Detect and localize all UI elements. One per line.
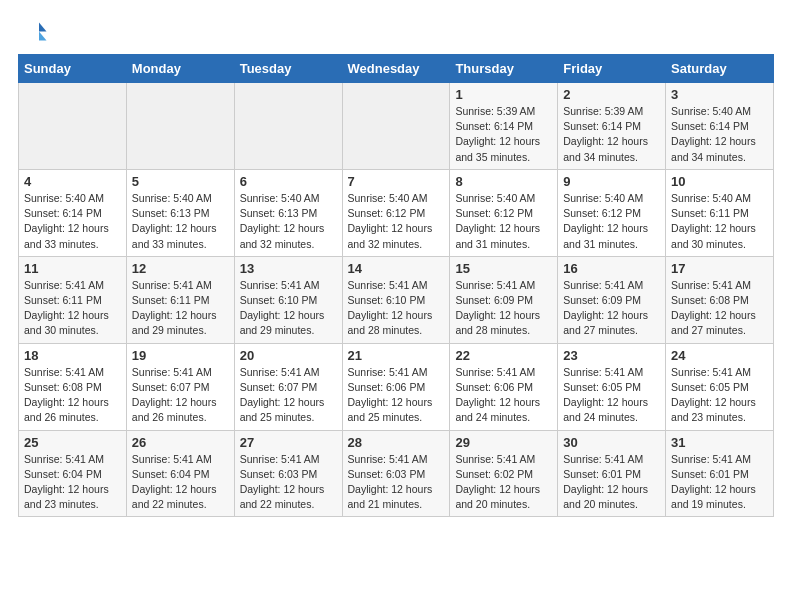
- day-number: 10: [671, 174, 768, 189]
- weekday-header-row: SundayMondayTuesdayWednesdayThursdayFrid…: [19, 55, 774, 83]
- calendar-cell: 1Sunrise: 5:39 AMSunset: 6:14 PMDaylight…: [450, 83, 558, 170]
- calendar-cell: 28Sunrise: 5:41 AMSunset: 6:03 PMDayligh…: [342, 430, 450, 517]
- svg-marker-1: [39, 32, 47, 41]
- calendar-cell: 25Sunrise: 5:41 AMSunset: 6:04 PMDayligh…: [19, 430, 127, 517]
- day-info: Sunrise: 5:41 AMSunset: 6:09 PMDaylight:…: [563, 278, 660, 339]
- day-info: Sunrise: 5:41 AMSunset: 6:02 PMDaylight:…: [455, 452, 552, 513]
- header: [18, 18, 774, 48]
- logo-icon: [18, 18, 48, 48]
- day-info: Sunrise: 5:41 AMSunset: 6:05 PMDaylight:…: [563, 365, 660, 426]
- calendar-cell: 4Sunrise: 5:40 AMSunset: 6:14 PMDaylight…: [19, 169, 127, 256]
- calendar-cell: 29Sunrise: 5:41 AMSunset: 6:02 PMDayligh…: [450, 430, 558, 517]
- day-info: Sunrise: 5:41 AMSunset: 6:11 PMDaylight:…: [24, 278, 121, 339]
- calendar-cell: 7Sunrise: 5:40 AMSunset: 6:12 PMDaylight…: [342, 169, 450, 256]
- day-number: 19: [132, 348, 229, 363]
- day-number: 15: [455, 261, 552, 276]
- day-number: 18: [24, 348, 121, 363]
- day-info: Sunrise: 5:40 AMSunset: 6:13 PMDaylight:…: [132, 191, 229, 252]
- calendar-cell: 10Sunrise: 5:40 AMSunset: 6:11 PMDayligh…: [666, 169, 774, 256]
- day-info: Sunrise: 5:40 AMSunset: 6:14 PMDaylight:…: [24, 191, 121, 252]
- weekday-header-wednesday: Wednesday: [342, 55, 450, 83]
- weekday-header-sunday: Sunday: [19, 55, 127, 83]
- day-number: 30: [563, 435, 660, 450]
- day-number: 12: [132, 261, 229, 276]
- logo: [18, 18, 52, 48]
- calendar-table: SundayMondayTuesdayWednesdayThursdayFrid…: [18, 54, 774, 517]
- calendar-cell: [19, 83, 127, 170]
- calendar-week-row: 1Sunrise: 5:39 AMSunset: 6:14 PMDaylight…: [19, 83, 774, 170]
- calendar-cell: [126, 83, 234, 170]
- calendar-cell: 19Sunrise: 5:41 AMSunset: 6:07 PMDayligh…: [126, 343, 234, 430]
- day-info: Sunrise: 5:41 AMSunset: 6:06 PMDaylight:…: [455, 365, 552, 426]
- day-info: Sunrise: 5:41 AMSunset: 6:04 PMDaylight:…: [132, 452, 229, 513]
- calendar-cell: 13Sunrise: 5:41 AMSunset: 6:10 PMDayligh…: [234, 256, 342, 343]
- calendar-cell: 23Sunrise: 5:41 AMSunset: 6:05 PMDayligh…: [558, 343, 666, 430]
- calendar-cell: 26Sunrise: 5:41 AMSunset: 6:04 PMDayligh…: [126, 430, 234, 517]
- day-number: 20: [240, 348, 337, 363]
- day-number: 31: [671, 435, 768, 450]
- calendar-page: SundayMondayTuesdayWednesdayThursdayFrid…: [0, 0, 792, 527]
- calendar-cell: 12Sunrise: 5:41 AMSunset: 6:11 PMDayligh…: [126, 256, 234, 343]
- day-info: Sunrise: 5:40 AMSunset: 6:11 PMDaylight:…: [671, 191, 768, 252]
- calendar-week-row: 25Sunrise: 5:41 AMSunset: 6:04 PMDayligh…: [19, 430, 774, 517]
- calendar-week-row: 4Sunrise: 5:40 AMSunset: 6:14 PMDaylight…: [19, 169, 774, 256]
- day-info: Sunrise: 5:39 AMSunset: 6:14 PMDaylight:…: [455, 104, 552, 165]
- calendar-cell: 6Sunrise: 5:40 AMSunset: 6:13 PMDaylight…: [234, 169, 342, 256]
- calendar-cell: 30Sunrise: 5:41 AMSunset: 6:01 PMDayligh…: [558, 430, 666, 517]
- day-info: Sunrise: 5:40 AMSunset: 6:13 PMDaylight:…: [240, 191, 337, 252]
- weekday-header-thursday: Thursday: [450, 55, 558, 83]
- day-info: Sunrise: 5:41 AMSunset: 6:04 PMDaylight:…: [24, 452, 121, 513]
- calendar-cell: 22Sunrise: 5:41 AMSunset: 6:06 PMDayligh…: [450, 343, 558, 430]
- day-number: 28: [348, 435, 445, 450]
- calendar-cell: 17Sunrise: 5:41 AMSunset: 6:08 PMDayligh…: [666, 256, 774, 343]
- day-number: 4: [24, 174, 121, 189]
- calendar-cell: 3Sunrise: 5:40 AMSunset: 6:14 PMDaylight…: [666, 83, 774, 170]
- calendar-cell: 8Sunrise: 5:40 AMSunset: 6:12 PMDaylight…: [450, 169, 558, 256]
- day-number: 17: [671, 261, 768, 276]
- weekday-header-saturday: Saturday: [666, 55, 774, 83]
- day-number: 26: [132, 435, 229, 450]
- day-info: Sunrise: 5:40 AMSunset: 6:12 PMDaylight:…: [348, 191, 445, 252]
- calendar-cell: 20Sunrise: 5:41 AMSunset: 6:07 PMDayligh…: [234, 343, 342, 430]
- day-info: Sunrise: 5:40 AMSunset: 6:12 PMDaylight:…: [563, 191, 660, 252]
- calendar-week-row: 11Sunrise: 5:41 AMSunset: 6:11 PMDayligh…: [19, 256, 774, 343]
- day-number: 1: [455, 87, 552, 102]
- calendar-cell: 18Sunrise: 5:41 AMSunset: 6:08 PMDayligh…: [19, 343, 127, 430]
- calendar-cell: 15Sunrise: 5:41 AMSunset: 6:09 PMDayligh…: [450, 256, 558, 343]
- day-number: 24: [671, 348, 768, 363]
- day-info: Sunrise: 5:41 AMSunset: 6:06 PMDaylight:…: [348, 365, 445, 426]
- day-number: 21: [348, 348, 445, 363]
- day-number: 23: [563, 348, 660, 363]
- day-info: Sunrise: 5:41 AMSunset: 6:08 PMDaylight:…: [671, 278, 768, 339]
- day-number: 2: [563, 87, 660, 102]
- day-info: Sunrise: 5:41 AMSunset: 6:10 PMDaylight:…: [348, 278, 445, 339]
- day-number: 13: [240, 261, 337, 276]
- day-number: 25: [24, 435, 121, 450]
- day-info: Sunrise: 5:40 AMSunset: 6:12 PMDaylight:…: [455, 191, 552, 252]
- day-info: Sunrise: 5:41 AMSunset: 6:08 PMDaylight:…: [24, 365, 121, 426]
- day-number: 5: [132, 174, 229, 189]
- day-number: 14: [348, 261, 445, 276]
- day-number: 27: [240, 435, 337, 450]
- day-number: 29: [455, 435, 552, 450]
- day-info: Sunrise: 5:41 AMSunset: 6:03 PMDaylight:…: [348, 452, 445, 513]
- calendar-cell: [234, 83, 342, 170]
- day-info: Sunrise: 5:41 AMSunset: 6:11 PMDaylight:…: [132, 278, 229, 339]
- day-info: Sunrise: 5:41 AMSunset: 6:07 PMDaylight:…: [132, 365, 229, 426]
- calendar-cell: 14Sunrise: 5:41 AMSunset: 6:10 PMDayligh…: [342, 256, 450, 343]
- day-info: Sunrise: 5:41 AMSunset: 6:07 PMDaylight:…: [240, 365, 337, 426]
- day-info: Sunrise: 5:41 AMSunset: 6:01 PMDaylight:…: [671, 452, 768, 513]
- calendar-cell: 27Sunrise: 5:41 AMSunset: 6:03 PMDayligh…: [234, 430, 342, 517]
- day-number: 8: [455, 174, 552, 189]
- calendar-cell: 11Sunrise: 5:41 AMSunset: 6:11 PMDayligh…: [19, 256, 127, 343]
- day-info: Sunrise: 5:40 AMSunset: 6:14 PMDaylight:…: [671, 104, 768, 165]
- calendar-cell: 5Sunrise: 5:40 AMSunset: 6:13 PMDaylight…: [126, 169, 234, 256]
- weekday-header-friday: Friday: [558, 55, 666, 83]
- day-number: 9: [563, 174, 660, 189]
- day-number: 3: [671, 87, 768, 102]
- day-info: Sunrise: 5:41 AMSunset: 6:10 PMDaylight:…: [240, 278, 337, 339]
- day-info: Sunrise: 5:41 AMSunset: 6:03 PMDaylight:…: [240, 452, 337, 513]
- calendar-cell: 2Sunrise: 5:39 AMSunset: 6:14 PMDaylight…: [558, 83, 666, 170]
- day-number: 6: [240, 174, 337, 189]
- calendar-cell: 24Sunrise: 5:41 AMSunset: 6:05 PMDayligh…: [666, 343, 774, 430]
